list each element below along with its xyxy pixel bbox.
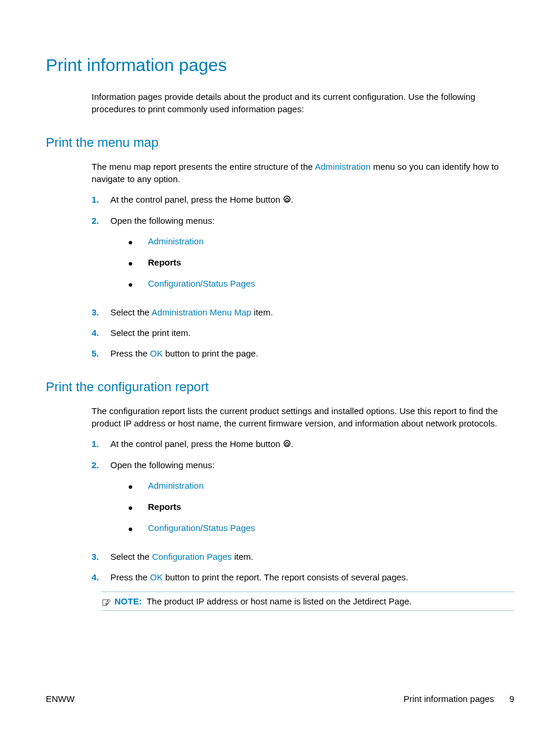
list-item: 3. Select the Configuration Pages item. (92, 550, 514, 563)
footer-section-title: Print information pages (403, 693, 494, 705)
text: button to print the report. The report c… (163, 572, 408, 582)
bullet-icon: ● (128, 258, 148, 270)
list-number: 3. (92, 306, 110, 318)
list-body: Select the print item. (110, 327, 514, 339)
text: Select the (110, 307, 151, 317)
text: . (291, 439, 294, 449)
list-item: 3. Select the Administration Menu Map it… (92, 306, 514, 318)
config-status-link[interactable]: Configuration/Status Pages (148, 277, 255, 290)
ok-link[interactable]: OK (150, 572, 163, 582)
administration-link[interactable]: Administration (148, 479, 204, 492)
list-number: 4. (92, 327, 110, 339)
text: Open the following menus: (110, 216, 215, 226)
text: At the control panel, press the Home but… (110, 194, 283, 204)
list-item: 2. Open the following menus: ● Administr… (92, 459, 514, 542)
bullet-icon: ● (128, 481, 148, 493)
note-label: NOTE: (114, 596, 142, 606)
note-block: NOTE:The product IP address or host name… (102, 592, 514, 611)
text: At the control panel, press the Home but… (110, 439, 283, 449)
text: item. (232, 552, 254, 562)
section-heading-menu-map: Print the menu map (46, 134, 514, 152)
footer-right: Print information pages 9 (403, 693, 514, 705)
config-pages-link[interactable]: Configuration Pages (152, 552, 232, 562)
list-body: Select the Configuration Pages item. (110, 550, 514, 563)
home-icon (283, 438, 291, 450)
page-number: 9 (510, 693, 514, 705)
list-body: Press the OK button to print the report.… (110, 571, 514, 583)
note-text: The product IP address or host name is l… (147, 596, 412, 606)
list-item: 5. Press the OK button to print the page… (92, 347, 514, 359)
bullet-icon: ● (128, 279, 148, 291)
list-item: ● Configuration/Status Pages (128, 277, 514, 290)
page-footer: ENWW Print information pages 9 (46, 693, 514, 705)
reports-label: Reports (148, 500, 181, 513)
ordered-list-2: 1. At the control panel, press the Home … (92, 438, 514, 583)
list-item: 4. Select the print item. (92, 327, 514, 339)
bullet-icon: ● (128, 523, 148, 535)
list-item: ● Configuration/Status Pages (128, 522, 514, 535)
bullet-list: ● Administration ● Reports ● Configurati… (128, 479, 514, 534)
config-status-link[interactable]: Configuration/Status Pages (148, 522, 255, 534)
list-number: 1. (92, 438, 110, 450)
list-item: 2. Open the following menus: ● Administr… (92, 214, 514, 298)
section1-intro: The menu map report presents the entire … (92, 160, 514, 185)
list-body: At the control panel, press the Home but… (110, 193, 514, 207)
list-item: ● Reports (128, 500, 514, 513)
list-body: Open the following menus: ● Administrati… (110, 459, 514, 542)
text: Open the following menus: (110, 460, 215, 470)
section-heading-config-report: Print the configuration report (46, 378, 514, 396)
admin-menu-map-link[interactable]: Administration Menu Map (151, 307, 251, 317)
note-content: NOTE:The product IP address or host name… (114, 595, 411, 607)
list-item: 1. At the control panel, press the Home … (92, 193, 514, 207)
list-body: At the control panel, press the Home but… (110, 438, 514, 451)
text: Press the (110, 348, 150, 358)
home-icon (283, 193, 291, 206)
list-number: 1. (92, 193, 110, 206)
intro-paragraph: Information pages provide details about … (92, 90, 514, 115)
list-item: ● Administration (128, 235, 514, 248)
section2-intro: The configuration report lists the curre… (92, 405, 514, 429)
note-icon (102, 597, 111, 606)
list-number: 2. (92, 214, 110, 227)
list-item: 1. At the control panel, press the Home … (92, 438, 514, 451)
list-number: 4. (92, 571, 110, 583)
administration-link[interactable]: Administration (315, 162, 370, 172)
list-body: Press the OK button to print the page. (110, 347, 514, 359)
list-number: 3. (92, 550, 110, 563)
ordered-list-1: 1. At the control panel, press the Home … (92, 193, 514, 359)
ok-link[interactable]: OK (150, 348, 163, 358)
text: Press the (110, 572, 150, 582)
text: Select the (110, 552, 152, 562)
bullet-list: ● Administration ● Reports ● Configurati… (128, 235, 514, 290)
text: button to print the page. (163, 348, 258, 358)
list-item: ● Administration (128, 479, 514, 492)
page-title: Print information pages (46, 53, 514, 78)
bullet-icon: ● (128, 502, 148, 514)
list-number: 2. (92, 459, 110, 471)
list-number: 5. (92, 347, 110, 359)
footer-left: ENWW (46, 693, 75, 705)
text: item. (251, 307, 273, 317)
list-body: Open the following menus: ● Administrati… (110, 214, 514, 298)
list-item: 4. Press the OK button to print the repo… (92, 571, 514, 583)
list-item: ● Reports (128, 256, 514, 269)
text: . (291, 194, 294, 204)
reports-label: Reports (148, 256, 181, 268)
text: The menu map report presents the entire … (92, 162, 315, 172)
bullet-icon: ● (128, 237, 148, 248)
list-body: Select the Administration Menu Map item. (110, 306, 514, 318)
administration-link[interactable]: Administration (148, 235, 204, 247)
